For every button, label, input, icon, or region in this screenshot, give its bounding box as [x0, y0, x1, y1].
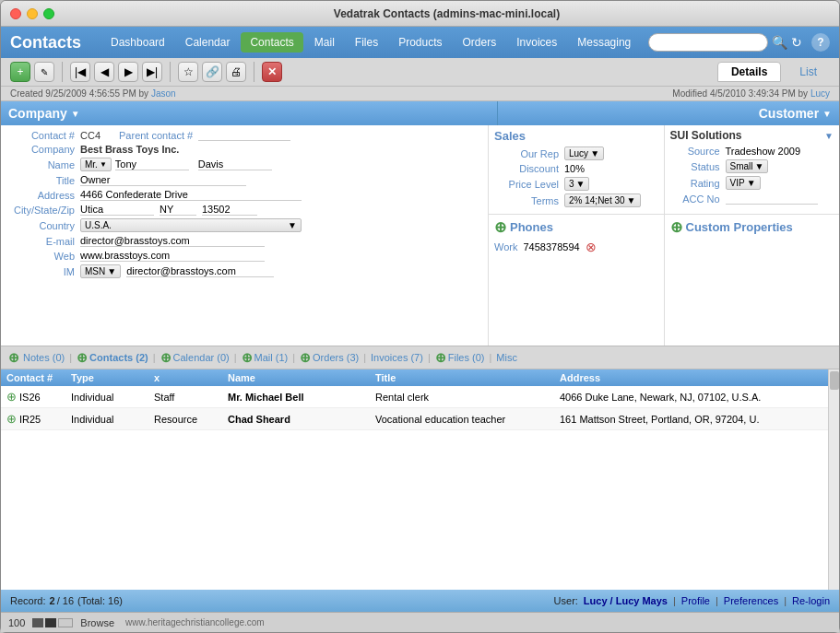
subtab-files[interactable]: Files (0) [448, 352, 485, 363]
address-input[interactable] [80, 189, 302, 201]
sui-title: SUI Solutions [670, 129, 742, 142]
row1-expand-icon[interactable]: ⊕ [6, 390, 17, 404]
tab-details[interactable]: Details [717, 62, 781, 82]
work-phone-number: 7458378594 [523, 241, 579, 252]
star-button[interactable]: ☆ [178, 62, 198, 82]
nav-products[interactable]: Products [389, 32, 451, 53]
country-label: Country [6, 220, 80, 231]
nav-dashboard[interactable]: Dashboard [101, 32, 174, 53]
nav-files[interactable]: Files [346, 32, 387, 53]
row1-x: Staff [154, 392, 228, 403]
contacts-add-btn[interactable]: ⊕ [77, 350, 88, 365]
maximize-button[interactable] [43, 8, 54, 19]
customer-dropdown-icon[interactable]: ▼ [822, 109, 832, 119]
preferences-link[interactable]: Preferences [724, 595, 778, 606]
nav-mail[interactable]: Mail [305, 32, 344, 53]
web-input[interactable] [80, 250, 265, 262]
zip-input[interactable] [202, 204, 257, 216]
phones-add-icon[interactable]: ⊕ [494, 218, 506, 236]
files-add-btn[interactable]: ⊕ [435, 350, 446, 365]
phones-header-row: ⊕ Phones [494, 218, 658, 236]
last-name-input[interactable] [198, 158, 272, 170]
parent-contact-input[interactable] [198, 129, 290, 141]
add-button[interactable]: + [10, 62, 30, 82]
profile-link[interactable]: Profile [681, 595, 710, 606]
country-dropdown[interactable]: U.S.A. ▼ [80, 218, 302, 232]
first-button[interactable]: |◀ [70, 62, 90, 82]
nav-search-input[interactable] [648, 33, 768, 52]
close-button[interactable] [10, 8, 21, 19]
row2-expand-icon[interactable]: ⊕ [6, 412, 17, 426]
im-type-dropdown[interactable]: MSN ▼ [80, 264, 121, 278]
nav-invoices[interactable]: Invoices [507, 32, 566, 53]
prev-button[interactable]: ◀ [94, 62, 114, 82]
statusbar-sep3: | [784, 595, 787, 606]
sep1: | [69, 352, 72, 363]
im-input[interactable] [126, 265, 274, 277]
modified-by-label: by [799, 88, 809, 99]
delete-button[interactable]: ✕ [262, 62, 282, 82]
nav-calendar[interactable]: Calendar [176, 32, 240, 53]
our-rep-label: Our Rep [494, 148, 564, 159]
notes-add-btn[interactable]: ⊕ [8, 350, 19, 365]
nav-orders[interactable]: Orders [454, 32, 506, 53]
custom-add-icon[interactable]: ⊕ [670, 218, 682, 236]
price-level-dropdown[interactable]: 3 ▼ [564, 177, 589, 191]
subtab-orders[interactable]: Orders (3) [313, 352, 359, 363]
name-label: Name [6, 159, 80, 170]
scrollbar[interactable] [828, 369, 839, 590]
subtab-mail[interactable]: Mail (1) [254, 352, 289, 363]
last-button[interactable]: ▶| [142, 62, 162, 82]
next-button[interactable]: ▶ [118, 62, 138, 82]
subtab-misc[interactable]: Misc [496, 352, 517, 363]
scrollbar-thumb[interactable] [830, 371, 839, 390]
sep4: | [292, 352, 295, 363]
company-dropdown-icon[interactable]: ▼ [71, 109, 80, 119]
email-input[interactable] [80, 235, 265, 247]
status-dropdown[interactable]: Small ▼ [726, 159, 769, 173]
name-prefix-dropdown[interactable]: Mr. ▼ [80, 158, 112, 171]
discount-label: Discount [494, 163, 564, 174]
subtab-notes[interactable]: Notes (0) [23, 352, 65, 363]
first-name-input[interactable] [115, 158, 189, 170]
relogin-link[interactable]: Re-login [792, 595, 830, 606]
title-input[interactable] [80, 174, 246, 186]
city-input[interactable] [80, 204, 154, 216]
acc-no-input[interactable] [726, 193, 818, 205]
search-icon[interactable]: 🔍 [772, 35, 787, 50]
discount-value: 10% [564, 163, 585, 174]
rating-dropdown[interactable]: VIP ▼ [726, 176, 761, 190]
address-row: Address [6, 189, 482, 201]
tab-list[interactable]: List [787, 63, 830, 81]
link-button[interactable]: 🔗 [202, 62, 222, 82]
window-title: Vedatrak Contacts (admins-mac-mini.local… [64, 7, 830, 20]
phone-delete-icon[interactable]: ⊗ [586, 240, 597, 254]
modified-by-link[interactable]: Lucy [810, 88, 830, 99]
nav-contacts[interactable]: Contacts [241, 32, 302, 53]
state-input[interactable] [160, 204, 196, 216]
subtab-invoices[interactable]: Invoices (7) [371, 352, 423, 363]
refresh-icon[interactable]: ↻ [791, 35, 802, 50]
sui-dropdown-icon[interactable]: ▼ [824, 131, 834, 141]
print-button[interactable]: 🖨 [226, 62, 246, 82]
help-button[interactable]: ? [811, 33, 830, 52]
subtab-calendar[interactable]: Calendar (0) [173, 352, 230, 363]
mail-add-btn[interactable]: ⊕ [242, 350, 253, 365]
nav-messaging[interactable]: Messaging [568, 32, 640, 53]
row1-type: Individual [71, 392, 154, 403]
our-rep-dropdown[interactable]: Lucy ▼ [564, 147, 604, 160]
calendar-add-btn[interactable]: ⊕ [160, 350, 172, 365]
status-row: Status Small ▼ [670, 159, 834, 173]
browser-url: www.heritagechristiancollege.com [125, 617, 265, 627]
web-label: Web [6, 251, 80, 262]
modified-label: Modified [672, 88, 707, 99]
menubar: Contacts Dashboard Calendar Contacts Mai… [1, 27, 839, 58]
terms-value: 2% 14;Net 30 [569, 195, 625, 205]
orders-add-btn[interactable]: ⊕ [300, 350, 311, 365]
terms-dropdown[interactable]: 2% 14;Net 30 ▼ [564, 193, 641, 207]
edit-button[interactable]: ✎ [34, 62, 54, 82]
minimize-button[interactable] [27, 8, 38, 19]
subtab-contacts[interactable]: Contacts (2) [89, 352, 148, 363]
created-by-link[interactable]: Jason [151, 88, 176, 99]
terms-label: Terms [494, 195, 564, 206]
